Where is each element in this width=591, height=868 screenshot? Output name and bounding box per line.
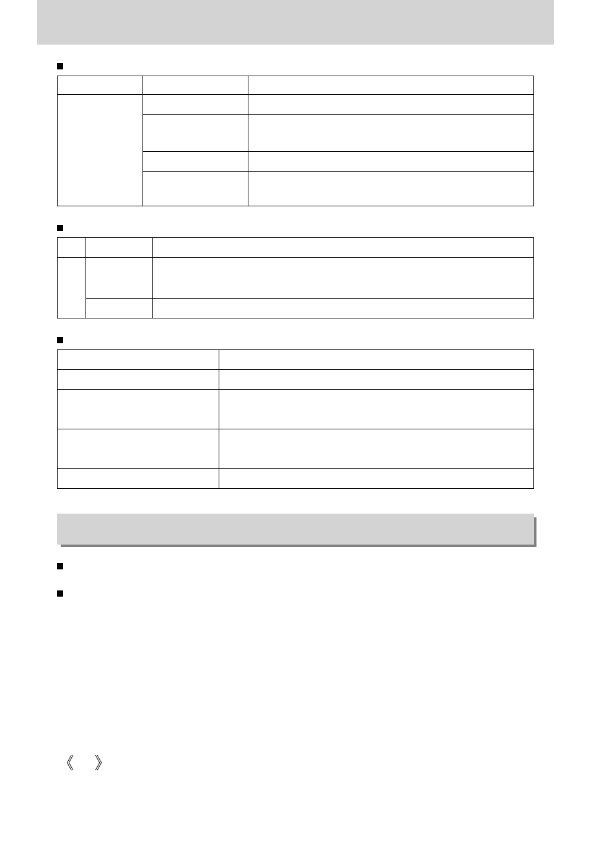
cell (143, 76, 248, 95)
cell (86, 299, 153, 318)
top-banner (37, 0, 554, 45)
cell (143, 95, 248, 115)
cell (248, 152, 533, 172)
table-row (58, 370, 534, 390)
cell (58, 95, 143, 206)
table-row (58, 390, 534, 429)
table-3 (57, 349, 534, 489)
table-row (58, 258, 534, 299)
section-heading-2 (57, 225, 554, 231)
double-angle-left-icon: 《 (57, 753, 74, 773)
cell (58, 469, 219, 489)
cell (248, 172, 533, 206)
section-heading-3 (57, 337, 554, 343)
section-heading-5 (57, 590, 554, 597)
cell (58, 390, 219, 429)
sub-banner (57, 514, 534, 545)
sub-banner-face (57, 514, 534, 545)
table-row (58, 299, 534, 318)
table-row (58, 238, 534, 258)
table-row (58, 76, 534, 95)
square-bullet-icon (57, 590, 63, 597)
square-bullet-icon (57, 337, 63, 343)
table-row (58, 429, 534, 469)
cell (248, 95, 533, 115)
cell (143, 172, 248, 206)
cell (152, 238, 533, 258)
cell (58, 429, 219, 469)
cell (143, 152, 248, 172)
cell (248, 76, 533, 95)
square-bullet-icon (57, 563, 63, 569)
cell (152, 258, 533, 299)
cell (58, 258, 86, 318)
cell (219, 370, 534, 390)
cell (58, 350, 219, 370)
table-row (58, 95, 534, 115)
cell (58, 238, 86, 258)
cell (219, 350, 534, 370)
square-bullet-icon (57, 63, 63, 69)
square-bullet-icon (57, 225, 63, 231)
page: 《 》 (0, 0, 591, 812)
cell (58, 370, 219, 390)
cell (219, 469, 534, 489)
cell (219, 429, 534, 469)
cell (86, 258, 153, 299)
table-row (58, 469, 534, 489)
cell (152, 299, 533, 318)
footer-marks: 《 》 (57, 752, 534, 775)
cell (58, 76, 143, 95)
table-2 (57, 237, 534, 318)
cell (248, 115, 533, 152)
section-heading-1 (57, 63, 554, 69)
section-heading-4 (57, 563, 554, 569)
cell (219, 390, 534, 429)
cell (143, 115, 248, 152)
cell (86, 238, 153, 258)
table-1 (57, 76, 534, 206)
double-angle-right-icon: 》 (94, 753, 112, 773)
table-row (58, 350, 534, 370)
